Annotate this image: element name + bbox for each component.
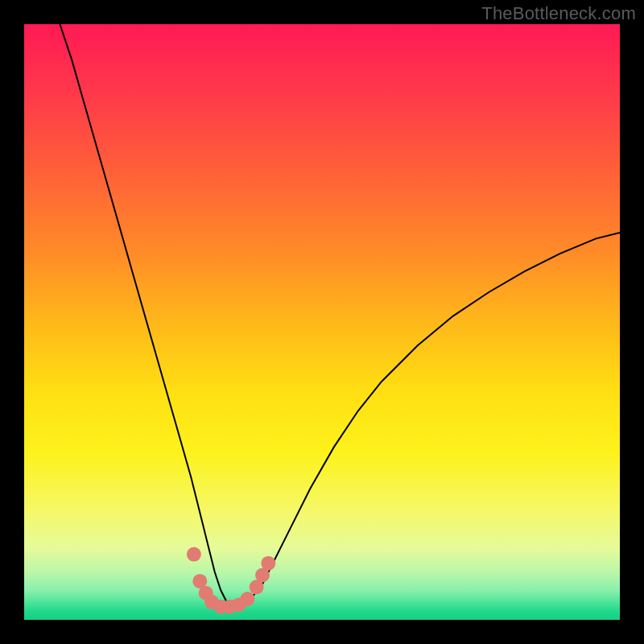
bottleneck-curve [60,24,620,608]
chart-svg [24,24,620,620]
data-marker [187,547,201,562]
bottleneck-curve-path [60,24,620,608]
plot-area [24,24,620,620]
data-marker [261,556,275,571]
chart-frame: TheBottleneck.com [0,0,644,644]
data-marker [241,592,255,606]
marker-group [187,547,276,614]
watermark-text: TheBottleneck.com [481,3,636,24]
